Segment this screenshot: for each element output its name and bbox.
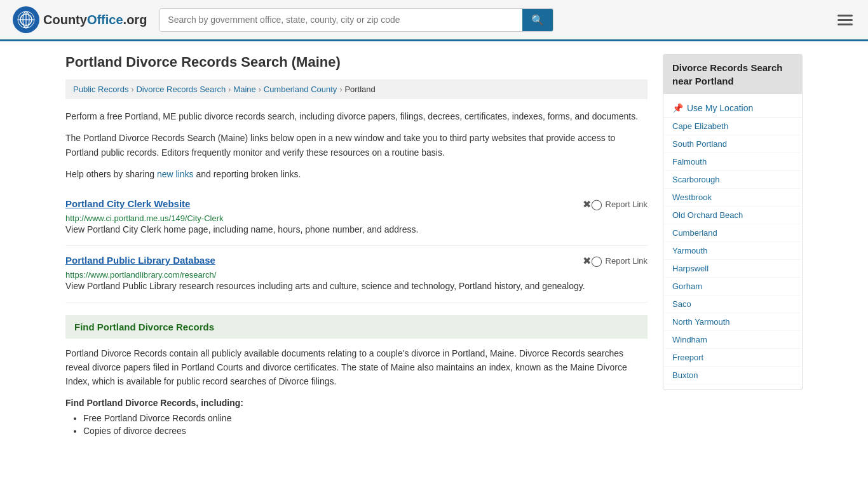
- breadcrumb: Public Records › Divorce Records Search …: [65, 79, 648, 99]
- report-link-btn-2[interactable]: ✖◯ Report Link: [583, 255, 648, 267]
- resource-desc-1: View Portland City Clerk home page, incl…: [65, 223, 648, 236]
- logo-icon: [13, 6, 39, 33]
- breadcrumb-sep-2: ›: [228, 85, 231, 94]
- logo-name: CountyOffice.org: [43, 13, 147, 27]
- sidebar-link-westbrook[interactable]: Westbrook: [663, 189, 802, 207]
- breadcrumb-maine[interactable]: Maine: [233, 85, 255, 94]
- resource-title-2[interactable]: Portland Public Library Database: [65, 255, 215, 266]
- intro-para-3: Help others by sharing new links and rep…: [65, 167, 648, 181]
- resource-title-1[interactable]: Portland City Clerk Website: [65, 198, 190, 209]
- bullet-2: Copies of divorce decrees: [83, 426, 648, 436]
- menu-line-2: [837, 19, 853, 21]
- resource-header-1: Portland City Clerk Website ✖◯ Report Li…: [65, 198, 648, 210]
- resource-desc-2: View Portland Public Library research re…: [65, 280, 648, 293]
- sidebar-link-scarborough[interactable]: Scarborough: [663, 171, 802, 189]
- sidebar-link-windham[interactable]: Windham: [663, 331, 802, 349]
- sidebar-link-north-yarmouth[interactable]: North Yarmouth: [663, 313, 802, 331]
- main-container: Portland Divorce Records Search (Maine) …: [53, 41, 815, 451]
- sidebar-link-gorham[interactable]: Gorham: [663, 278, 802, 295]
- report-link-btn-1[interactable]: ✖◯ Report Link: [583, 198, 648, 210]
- report-icon-1: ✖◯: [583, 198, 602, 210]
- sidebar-link-buxton[interactable]: Buxton: [663, 367, 802, 384]
- sidebar-link-freeport[interactable]: Freeport: [663, 349, 802, 367]
- menu-line-3: [837, 24, 853, 25]
- report-link-label-2: Report Link: [606, 256, 648, 266]
- breadcrumb-cumberland-county[interactable]: Cumberland County: [264, 85, 337, 94]
- find-section-bullets: Free Portland Divorce Records online Cop…: [65, 413, 648, 436]
- sidebar-link-cape-elizabeth[interactable]: Cape Elizabeth: [663, 118, 802, 135]
- sidebar-link-old-orchard-beach[interactable]: Old Orchard Beach: [663, 207, 802, 224]
- sidebar-link-falmouth[interactable]: Falmouth: [663, 153, 802, 171]
- sidebar-link-south-portland[interactable]: South Portland: [663, 135, 802, 153]
- sidebar-link-harpswell[interactable]: Harpswell: [663, 260, 802, 278]
- intro-para-1: Perform a free Portland, ME public divor…: [65, 109, 648, 123]
- resource-url-1[interactable]: http://www.ci.portland.me.us/149/City-Cl…: [65, 214, 224, 223]
- sidebar-link-saco[interactable]: Saco: [663, 295, 802, 313]
- breadcrumb-portland: Portland: [344, 85, 375, 94]
- breadcrumb-sep-3: ›: [259, 85, 261, 94]
- intro-para-2: The Portland Divorce Records Search (Mai…: [65, 131, 648, 159]
- resource-card-1: Portland City Clerk Website ✖◯ Report Li…: [65, 189, 648, 246]
- logo[interactable]: CountyOffice.org: [13, 6, 147, 33]
- resource-card-2: Portland Public Library Database ✖◯ Repo…: [65, 246, 648, 302]
- breadcrumb-public-records[interactable]: Public Records: [73, 85, 128, 94]
- sidebar-list: 📌 Use My Location Cape Elizabeth South P…: [663, 94, 802, 390]
- report-link-label-1: Report Link: [606, 200, 648, 209]
- find-section-heading: Find Portland Divorce Records: [65, 315, 648, 339]
- report-icon-2: ✖◯: [583, 255, 602, 267]
- breadcrumb-divorce-records-search[interactable]: Divorce Records Search: [136, 85, 226, 94]
- sidebar-use-location[interactable]: 📌 Use My Location: [663, 99, 802, 118]
- resource-header-2: Portland Public Library Database ✖◯ Repo…: [65, 255, 648, 267]
- sidebar-link-cumberland[interactable]: Cumberland: [663, 224, 802, 242]
- intro-para-3-prefix: Help others by sharing: [65, 169, 157, 179]
- breadcrumb-sep-1: ›: [131, 85, 133, 94]
- header: CountyOffice.org 🔍: [0, 0, 868, 41]
- use-location-label: Use My Location: [687, 103, 753, 113]
- new-links-link[interactable]: new links: [157, 169, 194, 179]
- location-pin-icon: 📌: [672, 103, 683, 113]
- search-bar: 🔍: [159, 8, 553, 32]
- intro-para-3-suffix: and reporting broken links.: [194, 169, 301, 179]
- search-input[interactable]: [160, 9, 522, 31]
- content-area: Portland Divorce Records Search (Maine) …: [65, 54, 648, 438]
- breadcrumb-sep-4: ›: [339, 85, 342, 94]
- page-title: Portland Divorce Records Search (Maine): [65, 54, 648, 71]
- search-button[interactable]: 🔍: [522, 9, 553, 31]
- sidebar-title: Divorce Records Search near Portland: [663, 55, 802, 94]
- find-section-body: Portland Divorce Records contain all pub…: [65, 346, 648, 389]
- resource-url-2[interactable]: https://www.portlandlibrary.com/research…: [65, 270, 216, 280]
- sidebar-box: Divorce Records Search near Portland 📌 U…: [663, 54, 803, 390]
- menu-button[interactable]: [835, 12, 855, 28]
- bullet-1: Free Portland Divorce Records online: [83, 413, 648, 423]
- menu-line-1: [837, 15, 853, 17]
- sidebar-link-yarmouth[interactable]: Yarmouth: [663, 242, 802, 260]
- find-section-sub-heading: Find Portland Divorce Records, including…: [65, 398, 648, 408]
- sidebar: Divorce Records Search near Portland 📌 U…: [663, 54, 803, 438]
